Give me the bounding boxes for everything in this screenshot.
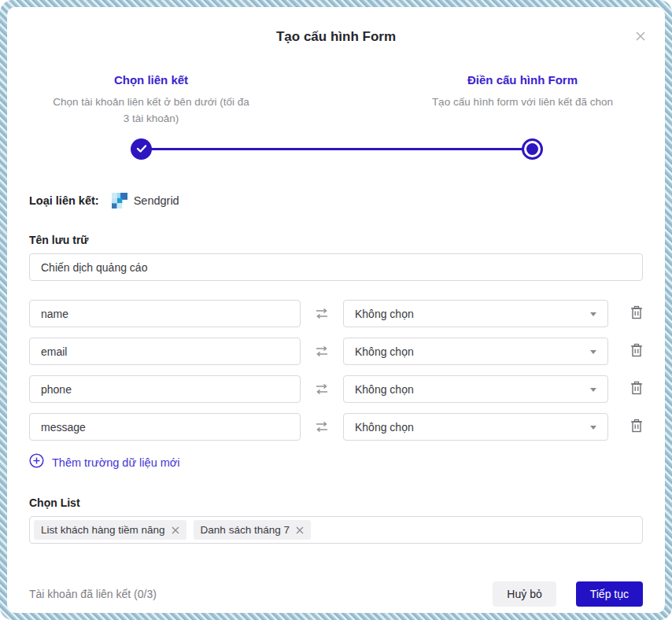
storage-name-label: Tên lưu trữ [29,234,643,246]
continue-button[interactable]: Tiếp tục [576,581,643,607]
field-name-input[interactable]: phone [29,375,301,403]
storage-name-input[interactable]: Chiến dịch quảng cáo [29,253,643,281]
link-type-label: Loại liên kết: [29,194,99,207]
field-target-value: Không chọn [355,383,414,396]
field-mapping-row: message Không chọn [29,413,643,441]
link-type-row: Loại liên kết: Sendgrid [29,193,643,209]
close-button[interactable] [632,29,649,46]
storage-name-value: Chiến dịch quảng cáo [41,261,147,274]
chip-remove-icon[interactable] [296,526,304,534]
field-mapping-list: name Không chọn [29,300,643,441]
step-completed-dot[interactable] [131,138,152,160]
chevron-down-icon [590,426,596,430]
linked-accounts-note: Tài khoản đã liên kết (0/3) [29,588,157,600]
field-target-value: Không chọn [355,308,414,320]
stepper: Chọn liên kết Chọn tài khoản liên kết ở … [29,73,643,161]
plus-circle-icon [29,453,44,471]
chevron-down-icon [590,312,596,316]
field-target-select[interactable]: Không chọn [343,375,608,403]
field-mapping-row: phone Không chọn [29,375,643,403]
capture-frame: Tạo cấu hình Form Chọn liên kết Chọn tài… [0,0,672,620]
field-name-value: message [41,421,86,434]
cancel-button[interactable]: Huỷ bỏ [493,581,556,607]
field-target-select[interactable]: Không chọn [343,300,608,327]
step-description: Chọn tài khoản liên kết ở bên dưới (tối … [53,94,249,127]
field-target-value: Không chọn [355,421,414,434]
chevron-down-icon [590,388,596,392]
field-name-input[interactable]: email [29,338,301,365]
footer-actions: Huỷ bỏ Tiếp tục [493,581,643,607]
list-select-input[interactable]: List khách hàng tiềm năng Danh sách thán… [29,516,643,544]
field-name-value: name [41,308,68,320]
swap-arrows-icon [301,383,343,395]
field-target-select[interactable]: Không chọn [343,413,608,441]
delete-field-button[interactable] [608,381,643,398]
add-field-label: Thêm trường dữ liệu mới [52,456,180,469]
swap-arrows-icon [301,421,343,433]
stepper-track [29,138,643,161]
field-name-input[interactable]: message [29,413,301,441]
check-icon [136,142,147,157]
close-icon [634,30,647,46]
delete-field-button[interactable] [608,419,643,436]
create-form-config-modal: Tạo cấu hình Form Chọn liên kết Chọn tài… [7,7,665,613]
field-name-input[interactable]: name [29,300,301,327]
field-mapping-row: email Không chọn [29,338,643,365]
modal-footer: Tài khoản đã liên kết (0/3) Huỷ bỏ Tiếp … [29,581,643,607]
swap-arrows-icon [301,308,343,319]
chevron-down-icon [590,350,596,354]
swap-arrows-icon [301,345,343,357]
add-field-button[interactable]: Thêm trường dữ liệu mới [29,453,643,471]
step-title: Chọn liên kết [53,73,249,87]
delete-field-button[interactable] [608,305,643,323]
step-fill-config: Điền cấu hình Form Tạo cấu hình form với… [424,73,621,127]
link-type-value: Sendgrid [134,194,179,207]
page-title: Tạo cấu hình Form [29,29,643,45]
field-mapping-row: name Không chọn [29,300,643,327]
step-current-dot[interactable] [522,138,543,160]
field-target-value: Không chọn [355,345,414,358]
sendgrid-icon [112,193,127,209]
choose-list-label: Chọn List [29,496,643,509]
trash-icon [630,419,643,436]
field-name-value: email [41,345,67,358]
step-description: Tạo cấu hình form với liên kết đã chon [424,94,621,110]
stepper-line [141,148,533,150]
chip-remove-icon[interactable] [172,526,179,534]
step-title: Điền cấu hình Form [424,73,621,87]
list-chip: List khách hàng tiềm năng [34,520,186,540]
trash-icon [630,305,643,323]
list-chip-label: List khách hàng tiềm năng [41,524,165,536]
field-name-value: phone [41,383,72,396]
field-target-select[interactable]: Không chọn [343,338,608,365]
trash-icon [630,343,643,360]
delete-field-button[interactable] [608,343,643,360]
list-chip: Danh sách tháng 7 [194,520,311,540]
list-chip-label: Danh sách tháng 7 [201,524,290,536]
step-choose-link: Chọn liên kết Chọn tài khoản liên kết ở … [53,73,249,127]
step-current-dot-fill [526,143,538,155]
trash-icon [630,381,643,398]
